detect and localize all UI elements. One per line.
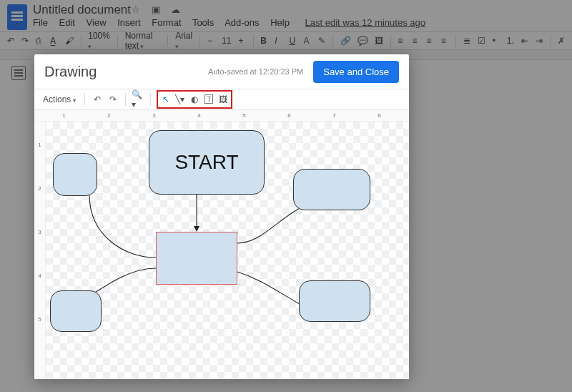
redo-icon[interactable]: ↷: [107, 93, 119, 106]
drawing-ruler-h: 1 2 3 4 5 6 7 8: [34, 110, 409, 122]
shape-selected[interactable]: [156, 232, 237, 285]
drawing-ruler-v: 1 2 3 4 5: [34, 122, 46, 379]
shape-top-left[interactable]: [53, 153, 97, 196]
drawing-toolbar: Actions ↶ ↷ 🔍▾ ↖ ╲▾ ◐ 🅃 🖼: [34, 89, 409, 110]
autosave-status: Auto-saved at 12:20:23 PM: [208, 67, 303, 76]
actions-menu[interactable]: Actions: [40, 93, 79, 106]
image-tool-icon[interactable]: 🖼: [217, 93, 230, 106]
shape-tool-icon[interactable]: ◐: [188, 93, 201, 106]
select-tool-icon[interactable]: ↖: [159, 93, 172, 106]
line-tool-icon[interactable]: ╲▾: [174, 93, 187, 106]
drawing-canvas[interactable]: START: [46, 122, 409, 379]
shape-start-label: START: [174, 151, 238, 174]
shape-bottom-right[interactable]: [299, 280, 370, 322]
textbox-tool-icon[interactable]: 🅃: [202, 93, 215, 106]
shape-top-right[interactable]: [293, 169, 370, 210]
drawing-dialog: Drawing Auto-saved at 12:20:23 PM Save a…: [34, 54, 409, 379]
shape-bottom-left[interactable]: [50, 290, 102, 332]
svg-marker-1: [194, 226, 199, 232]
dialog-title: Drawing: [44, 64, 97, 80]
shape-start[interactable]: START: [149, 130, 265, 195]
highlighted-tool-group: ↖ ╲▾ ◐ 🅃 🖼: [157, 90, 232, 109]
zoom-icon[interactable]: 🔍▾: [132, 93, 144, 106]
save-and-close-button[interactable]: Save and Close: [313, 61, 399, 83]
undo-icon[interactable]: ↶: [91, 93, 104, 106]
